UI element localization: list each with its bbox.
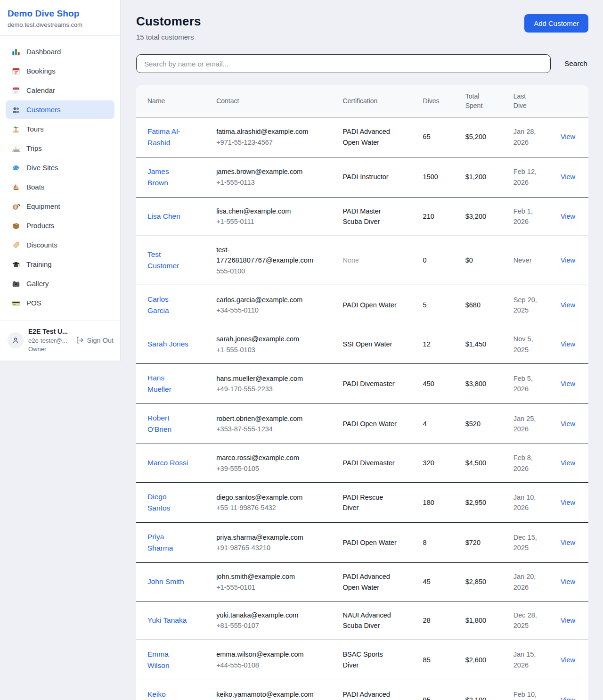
speedboat-icon bbox=[11, 144, 20, 153]
customer-name-link[interactable]: Priya Sharma bbox=[147, 533, 173, 552]
sidebar-item-label: Equipment bbox=[26, 202, 60, 210]
customer-total-spent: $680 bbox=[460, 285, 508, 325]
search-button[interactable]: Search bbox=[563, 57, 588, 71]
customer-name-link[interactable]: James Brown bbox=[147, 167, 169, 187]
view-customer-link[interactable]: View bbox=[561, 696, 575, 700]
customer-last-dive: Jan 20, 2026 bbox=[508, 563, 555, 601]
sidebar-item-label: Tours bbox=[26, 125, 44, 133]
customer-phone: +34-555-0110 bbox=[216, 305, 318, 315]
customer-name-link[interactable]: John Smith bbox=[147, 577, 184, 585]
sidebar-item-calendar[interactable]: Calendar bbox=[6, 81, 114, 99]
sidebar-nav: Dashboard17BookingsCalendarCustomersTour… bbox=[0, 36, 120, 321]
view-customer-link[interactable]: View bbox=[561, 380, 575, 387]
customer-dives: 320 bbox=[417, 444, 460, 483]
table-row: Fatima Al-Rashidfatima.alrashid@example.… bbox=[136, 117, 588, 157]
customer-name-link[interactable]: Fatima Al-Rashid bbox=[147, 127, 180, 147]
view-customer-link[interactable]: View bbox=[561, 256, 575, 264]
customer-name-link[interactable]: Diego Santos bbox=[147, 493, 170, 512]
sidebar-item-bookings[interactable]: 17Bookings bbox=[6, 62, 114, 80]
sidebar-item-label: Products bbox=[26, 222, 54, 230]
sidebar-item-boats[interactable]: Boats bbox=[6, 178, 114, 196]
sidebar-item-label: Gallery bbox=[26, 280, 49, 288]
sidebar-item-dive-sites[interactable]: Dive Sites bbox=[6, 158, 114, 177]
customer-last-dive: Feb 5, 2026 bbox=[508, 363, 555, 404]
camera-icon bbox=[11, 279, 20, 288]
table-row: Hans Muellerhans.mueller@example.com+49-… bbox=[136, 363, 588, 404]
sidebar-item-training[interactable]: Training bbox=[6, 255, 114, 273]
package-icon bbox=[11, 221, 20, 230]
sidebar-item-dashboard[interactable]: Dashboard bbox=[6, 42, 114, 61]
view-customer-link[interactable]: View bbox=[561, 213, 575, 220]
customer-name-link[interactable]: Yuki Tanaka bbox=[147, 616, 187, 624]
customer-last-dive: Feb 1, 2026 bbox=[508, 197, 555, 236]
customer-certification: None bbox=[337, 236, 417, 285]
customer-dives: 450 bbox=[417, 363, 460, 404]
sidebar-item-customers[interactable]: Customers bbox=[6, 100, 114, 119]
sidebar-item-equipment[interactable]: Equipment bbox=[6, 197, 114, 215]
sidebar-item-products[interactable]: Products bbox=[6, 216, 114, 235]
search-input[interactable] bbox=[136, 54, 551, 73]
customer-name-link[interactable]: Carlos Garcia bbox=[147, 295, 169, 314]
view-customer-link[interactable]: View bbox=[561, 173, 575, 181]
graduation-cap-icon bbox=[11, 260, 20, 269]
sidebar-item-tours[interactable]: Tours bbox=[6, 120, 114, 138]
view-customer-link[interactable]: View bbox=[561, 133, 575, 140]
customer-total-spent: $1,450 bbox=[460, 325, 508, 364]
customer-total-spent: $2,100 bbox=[460, 680, 508, 700]
view-customer-link[interactable]: View bbox=[561, 420, 575, 428]
column-header-total-spent: Total Spent bbox=[460, 85, 508, 117]
sidebar-item-trips[interactable]: Trips bbox=[6, 139, 114, 157]
sign-out-button[interactable]: Sign Out bbox=[76, 336, 114, 344]
sign-out-label: Sign Out bbox=[87, 337, 114, 344]
customer-name-link[interactable]: Test Customer bbox=[147, 250, 179, 270]
view-customer-link[interactable]: View bbox=[561, 340, 575, 348]
sidebar-item-label: Dashboard bbox=[26, 48, 61, 56]
sidebar-item-discounts[interactable]: Discounts bbox=[6, 236, 114, 254]
customer-name-link[interactable]: Sarah Jones bbox=[147, 340, 188, 348]
sidebar-item-gallery[interactable]: Gallery bbox=[6, 274, 114, 293]
shop-name: Demo Dive Shop bbox=[8, 8, 113, 19]
person-icon bbox=[11, 336, 20, 345]
view-customer-link[interactable]: View bbox=[561, 499, 575, 506]
customer-email: priya.sharma@example.com bbox=[216, 532, 318, 543]
customer-email: fatima.alrashid@example.com bbox=[216, 126, 318, 137]
customer-last-dive: Never bbox=[508, 236, 555, 285]
customer-phone: +971-55-123-4567 bbox=[216, 137, 318, 148]
add-customer-button[interactable]: Add Customer bbox=[524, 14, 588, 33]
view-customer-link[interactable]: View bbox=[561, 459, 575, 467]
customer-phone: +44-555-0108 bbox=[216, 660, 318, 670]
customer-last-dive: Dec 28, 2025 bbox=[508, 601, 555, 640]
customer-name-link[interactable]: Robert O'Brien bbox=[147, 414, 171, 433]
sidebar-item-label: Customers bbox=[26, 106, 61, 114]
sidebar-item-label: Dive Sites bbox=[26, 164, 58, 172]
view-customer-link[interactable]: View bbox=[561, 539, 575, 546]
customer-name-link[interactable]: Lisa Chen bbox=[147, 212, 180, 220]
view-customer-link[interactable]: View bbox=[561, 617, 575, 624]
sidebar-item-label: POS bbox=[26, 299, 41, 307]
sidebar-item-label: Calendar bbox=[26, 86, 55, 94]
customer-total-spent: $3,800 bbox=[460, 363, 508, 404]
customer-last-dive: Dec 15, 2025 bbox=[508, 523, 555, 563]
table-row: Keiko Yamamotokeiko.yamamoto@example.com… bbox=[136, 680, 588, 700]
customer-total-spent: $2,950 bbox=[460, 482, 508, 522]
customer-certification: PADI Divemaster bbox=[337, 444, 417, 483]
sidebar-item-pos[interactable]: POS bbox=[6, 294, 114, 312]
view-customer-link[interactable]: View bbox=[561, 578, 575, 585]
column-header-actions bbox=[555, 85, 588, 117]
customer-email: keiko.yamamoto@example.com bbox=[216, 689, 318, 700]
view-customer-link[interactable]: View bbox=[561, 301, 575, 309]
table-row: Robert O'Brienrobert.obrien@example.com+… bbox=[136, 404, 588, 444]
customer-dives: 65 bbox=[417, 117, 460, 157]
customer-name-link[interactable]: Marco Rossi bbox=[147, 459, 188, 467]
customer-certification: SSI Open Water bbox=[337, 325, 417, 364]
view-customer-link[interactable]: View bbox=[561, 656, 575, 664]
sign-out-icon bbox=[76, 336, 84, 344]
customer-name-link[interactable]: Hans Mueller bbox=[147, 374, 171, 393]
customer-phone: +1-555-0111 bbox=[216, 216, 318, 227]
customer-email: carlos.garcia@example.com bbox=[216, 295, 318, 305]
column-header-dives: Dives bbox=[417, 85, 460, 117]
table-row: Yuki Tanakayuki.tanaka@example.com+81-55… bbox=[136, 601, 588, 640]
search-row: Search bbox=[136, 54, 588, 73]
customer-name-link[interactable]: Emma Wilson bbox=[147, 650, 170, 669]
customer-name-link[interactable]: Keiko Yamamoto bbox=[147, 690, 182, 700]
